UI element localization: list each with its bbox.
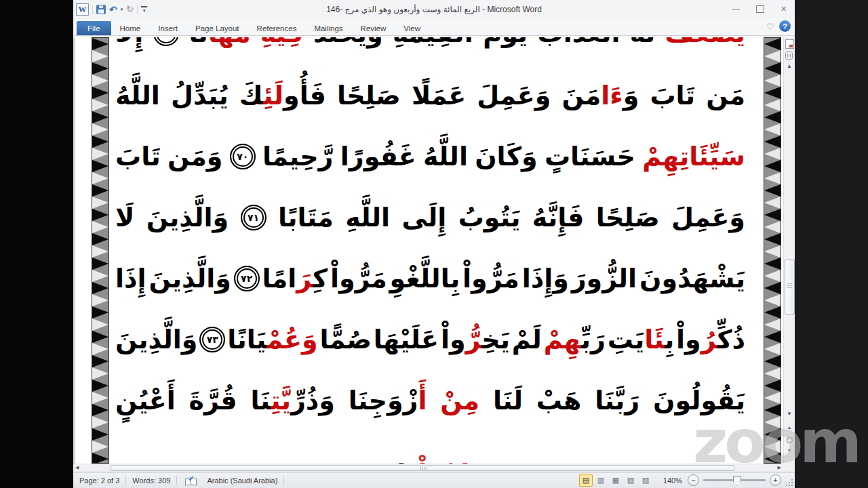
scroll-up-arrow[interactable]: ▲: [784, 63, 795, 69]
ornament-triangle: [764, 233, 781, 245]
heart-icon[interactable]: ♡: [766, 22, 774, 31]
ornament-triangle: [92, 331, 108, 343]
next-page-button[interactable]: ▼: [784, 448, 795, 453]
ornament-triangle: [764, 148, 781, 160]
ornament-triangle: [764, 428, 781, 441]
quran-word: مِنْ: [440, 386, 479, 415]
page-indicator[interactable]: Page: 2 of 3: [73, 476, 125, 485]
tab-insert[interactable]: Insert: [149, 21, 186, 35]
zoom-in-button[interactable]: +: [770, 474, 781, 486]
zoom-level[interactable]: 140%: [658, 476, 688, 485]
horizontal-scrollbar[interactable]: ◀ ▶: [73, 464, 783, 472]
tab-view[interactable]: View: [395, 21, 429, 35]
zoom-out-button[interactable]: −: [688, 474, 699, 486]
view-full-screen-reading-button[interactable]: ▥: [594, 474, 608, 487]
ornament-triangle: [764, 319, 781, 331]
quran-word: مَتَابًا: [278, 203, 334, 232]
quran-word: يَقُولُونَ: [653, 386, 745, 415]
customize-qat-button[interactable]: ▾: [141, 6, 147, 14]
quran-line: يَقُولُونَرَبَّنَاهَبْلَنَامِنْأَزْوَجِن…: [115, 371, 745, 430]
tab-page-layout[interactable]: Page Layout: [186, 21, 248, 35]
ornament-triangle: [764, 355, 781, 367]
save-button[interactable]: [96, 5, 106, 14]
ornament-triangle: [92, 136, 108, 148]
view-print-layout-button[interactable]: ▤: [579, 474, 593, 487]
quran-word: مَرُّواْ: [462, 264, 519, 293]
ornament-triangle: [764, 160, 781, 172]
view-web-layout-button[interactable]: ▦: [609, 474, 623, 487]
ornament-triangle: [92, 209, 108, 221]
tab-home[interactable]: Home: [111, 21, 150, 35]
view-outline-button[interactable]: ▧: [624, 474, 637, 487]
undo-button[interactable]: ↶: [109, 5, 117, 14]
ornament-triangle: [92, 197, 108, 209]
ornament-triangle: [92, 441, 108, 453]
quran-word: هَبْ: [536, 386, 582, 415]
quran-word: أَعْيُنٍ: [115, 386, 176, 415]
minimize-button[interactable]: [732, 9, 740, 9]
quran-word: تَابَ: [650, 81, 695, 110]
ornament-triangle: [92, 453, 108, 464]
status-separator: [176, 476, 177, 485]
page-border-ornament-right: [764, 37, 781, 464]
ornament-triangle: [764, 404, 781, 416]
vertical-scroll-thumb[interactable]: [785, 260, 795, 314]
quran-word: لَهُ: [630, 37, 655, 48]
view-ruler-icon[interactable]: [785, 39, 794, 49]
ornament-triangle: [92, 392, 108, 404]
quran-line: وَعَمِلَصَلِحًافَإِنَّهُيَتُوبُإِلَىاللَ…: [115, 188, 745, 247]
quran-word: إِلَّا: [115, 37, 143, 48]
zoom-slider[interactable]: [703, 479, 766, 481]
tab-review[interactable]: Review: [352, 21, 395, 35]
horizontal-scroll-thumb[interactable]: [111, 465, 734, 471]
word-count[interactable]: Words: 309: [126, 476, 176, 485]
ornament-triangle: [764, 62, 781, 75]
maximize-button[interactable]: [756, 5, 764, 13]
resize-grip[interactable]: [785, 479, 793, 487]
ornament-triangle: [764, 294, 781, 306]
undo-dropdown-icon[interactable]: ▾: [121, 7, 123, 12]
quran-word: مَرُّواْ: [330, 264, 387, 293]
view-mode-buttons: ▤▥▦▧▨: [579, 474, 652, 487]
previous-page-button[interactable]: ▲: [784, 425, 795, 430]
ornament-triangle: [92, 416, 108, 428]
scroll-down-arrow[interactable]: ▼: [784, 411, 795, 417]
ornament-triangle: [92, 355, 108, 367]
hand-icon[interactable]: [785, 52, 793, 60]
ornament-triangle: [92, 404, 108, 416]
vertical-scrollbar[interactable]: ▲ ▼ ▲ ▼: [783, 37, 795, 464]
window-controls: ×: [732, 0, 787, 18]
tab-file[interactable]: File: [77, 21, 111, 35]
quran-word: وَالَّذِينَ: [149, 264, 231, 293]
screen: { "window": { "title": "الربع المائة وست…: [0, 0, 868, 488]
repeat-button[interactable]: ↻: [126, 5, 134, 14]
scroll-right-arrow[interactable]: ▶: [778, 465, 781, 470]
quran-word: صُمًّا: [319, 325, 371, 354]
word-app-icon[interactable]: W: [76, 3, 89, 16]
quran-word: وَذُرِّيَّتِنَا: [250, 386, 335, 415]
zoom-slider-thumb[interactable]: [733, 476, 741, 486]
window-title: الربع المائة وست وأربعون وهو الذي مرج -1…: [222, 0, 646, 19]
tab-mailings[interactable]: Mailings: [305, 21, 351, 35]
ornament-triangle: [92, 172, 108, 184]
quran-line: ذُكِّرُواْبِئَايَتِرَبِّهِمْلَمْيَخِرُّو…: [115, 310, 745, 369]
quran-word: حَسَنَاتٍ: [545, 142, 635, 171]
ornament-triangle: [92, 245, 108, 258]
quran-word: غَفُورًا: [340, 142, 416, 171]
select-browse-object-button[interactable]: [787, 437, 793, 443]
scroll-left-arrow[interactable]: ◀: [75, 465, 79, 470]
ornament-triangle: [92, 123, 108, 136]
status-separator: [283, 476, 284, 485]
tab-references[interactable]: References: [248, 21, 306, 35]
help-button[interactable]: ?: [779, 20, 791, 32]
quran-word: مُهَانًا: [189, 37, 250, 48]
close-button[interactable]: ×: [781, 4, 787, 14]
quran-word: وَكَانَ: [475, 142, 537, 171]
ornament-triangle: [92, 221, 108, 233]
proofing-status-icon[interactable]: ✓: [185, 476, 197, 485]
ornament-triangle: [764, 343, 781, 355]
ornament-triangle: [92, 87, 108, 99]
language-indicator[interactable]: Arabic (Saudi Arabia): [201, 476, 283, 485]
view-draft-button[interactable]: ▨: [639, 474, 652, 487]
quran-word: وَالَّذِينَ: [146, 203, 229, 232]
